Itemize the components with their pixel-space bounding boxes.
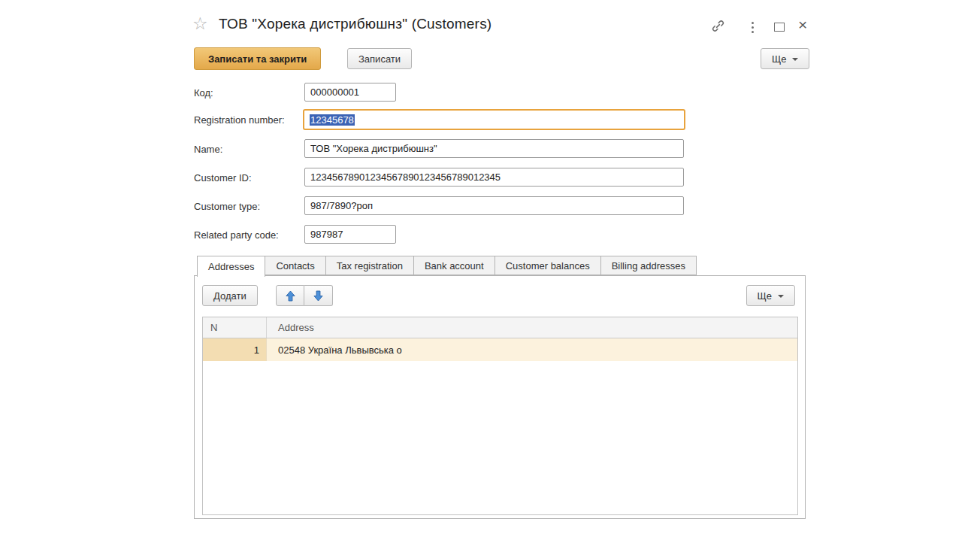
save-button[interactable]: Записати	[347, 48, 412, 69]
customer-form-window: ☆ ТОВ "Хорека дистрибюшнз" (Customers) ×…	[0, 0, 980, 540]
add-row-button[interactable]: Додати	[202, 285, 258, 306]
table-more-button[interactable]: Ще	[746, 285, 795, 306]
tab-contacts[interactable]: Contacts	[265, 256, 325, 275]
arrow-down-icon	[313, 290, 323, 302]
related-party-code-field[interactable]: 987987	[304, 225, 396, 244]
addresses-table: N Address 1 02548 Україна Львывська о	[202, 317, 798, 515]
maximize-icon[interactable]	[774, 23, 785, 32]
name-label: Name:	[194, 144, 222, 155]
caret-down-icon	[778, 295, 784, 298]
code-field[interactable]: 000000001	[304, 83, 396, 102]
related-party-code-label: Related party code:	[194, 229, 279, 241]
row-reorder-buttons	[276, 285, 333, 306]
tab-strip: Addresses Contacts Tax registration Bank…	[197, 256, 697, 277]
customer-id-label: Customer ID:	[194, 172, 252, 184]
chain-link-icon	[711, 20, 725, 32]
move-up-button[interactable]	[276, 285, 304, 306]
selected-text: 12345678	[310, 114, 355, 126]
registration-number-label: Registration number:	[194, 114, 285, 126]
more-menu-icon[interactable]	[752, 22, 754, 33]
arrow-up-icon	[286, 290, 295, 302]
name-field[interactable]: ТОВ "Хорека дистрибюшнз"	[304, 139, 684, 158]
row-number-cell: 1	[203, 338, 267, 361]
tab-addresses[interactable]: Addresses	[197, 256, 265, 277]
table-header-row: N Address	[203, 317, 797, 338]
favorite-star-icon[interactable]: ☆	[192, 14, 208, 34]
more-actions-label: Ще	[772, 53, 786, 65]
registration-number-field[interactable]: 12345678	[303, 109, 685, 130]
table-more-label: Ще	[758, 290, 772, 302]
customer-type-field[interactable]: 987/7890?роп	[304, 196, 684, 215]
move-down-button[interactable]	[304, 285, 333, 306]
save-and-close-button[interactable]: Записати та закрити	[194, 47, 321, 70]
tab-customer-balances[interactable]: Customer balances	[495, 256, 601, 275]
tab-billing-addresses[interactable]: Billing addresses	[601, 256, 697, 275]
column-header-address[interactable]: Address	[267, 317, 797, 338]
addresses-tab-panel: Додати Ще N Address 1	[194, 275, 806, 519]
tab-tax-registration[interactable]: Tax registration	[326, 256, 414, 275]
tab-bank-account[interactable]: Bank account	[414, 256, 495, 275]
address-cell: 02548 Україна Львывська о	[267, 338, 797, 361]
copy-link-icon[interactable]	[711, 20, 725, 35]
code-label: Код:	[194, 87, 213, 99]
customer-type-label: Customer type:	[194, 201, 260, 212]
column-header-n[interactable]: N	[203, 317, 267, 338]
caret-down-icon	[792, 58, 798, 61]
close-icon[interactable]: ×	[798, 17, 807, 32]
table-row[interactable]: 1 02548 Україна Львывська о	[203, 338, 797, 361]
customer-id-field[interactable]: 12345678901234567890123456789012345	[304, 168, 684, 187]
more-actions-button[interactable]: Ще	[761, 48, 809, 69]
window-title: ТОВ "Хорека дистрибюшнз" (Customers)	[219, 16, 492, 32]
